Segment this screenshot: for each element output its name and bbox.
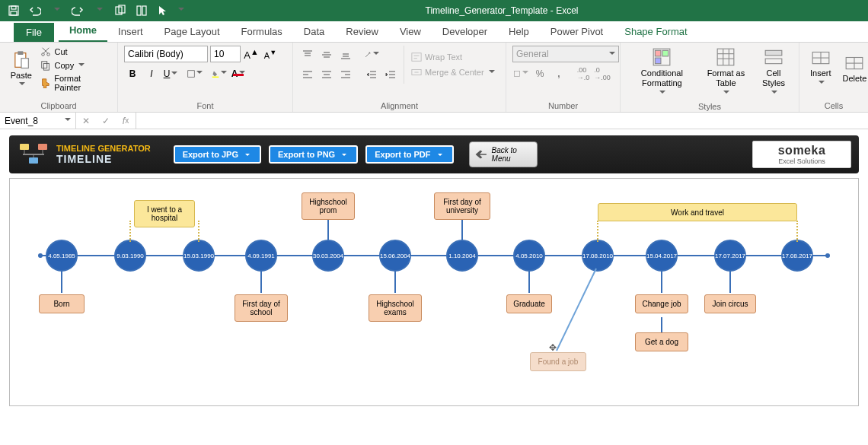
decrease-decimal-button[interactable]: .0→.00: [594, 65, 611, 82]
event-label-selected[interactable]: ✥ Found a job: [530, 352, 586, 371]
timeline-node[interactable]: 17.08.2010: [582, 240, 614, 272]
timeline-node[interactable]: 17.07.2017: [714, 240, 746, 272]
event-label[interactable]: I went to a hospital: [134, 200, 195, 227]
tab-view[interactable]: View: [389, 21, 432, 42]
timeline-connector: [796, 221, 798, 242]
align-middle-button[interactable]: [318, 46, 335, 63]
tab-insert[interactable]: Insert: [107, 21, 154, 42]
tab-formulas[interactable]: Formulas: [231, 21, 293, 42]
event-label[interactable]: Graduate: [506, 294, 552, 313]
enter-formula-button[interactable]: ✓: [96, 113, 116, 129]
paste-button[interactable]: Paste: [6, 49, 36, 89]
underline-button[interactable]: U: [162, 65, 179, 82]
qat-customize[interactable]: [175, 2, 186, 19]
export-jpg-button[interactable]: Export to JPG: [174, 145, 261, 164]
timeline-node[interactable]: 15.03.1990: [183, 240, 215, 272]
border-button[interactable]: [187, 65, 203, 82]
timeline-node[interactable]: 1.10.2004: [446, 240, 478, 272]
cancel-formula-button[interactable]: ✕: [76, 113, 96, 129]
number-format-selector[interactable]: General: [512, 46, 619, 62]
undo-button[interactable]: [26, 2, 44, 19]
bold-button[interactable]: B: [124, 65, 141, 82]
timeline-node[interactable]: 15.06.2004: [379, 240, 411, 272]
svg-rect-46: [662, 50, 669, 56]
align-top-button[interactable]: [299, 46, 316, 63]
event-band[interactable]: Work and travel: [598, 203, 797, 221]
name-box[interactable]: Event_8: [0, 113, 76, 129]
font-name-selector[interactable]: [124, 46, 208, 62]
export-png-button[interactable]: Export to PNG: [269, 145, 358, 164]
align-center-button[interactable]: [318, 66, 335, 83]
comma-button[interactable]: ,: [550, 65, 567, 82]
increase-decimal-button[interactable]: .00→.0: [575, 65, 592, 82]
fill-color-button[interactable]: [211, 65, 228, 82]
delete-cells-button[interactable]: Delete: [838, 51, 868, 85]
timeline-node[interactable]: 30.03.2004: [312, 240, 344, 272]
align-right-button[interactable]: [337, 66, 354, 83]
tab-power-pivot[interactable]: Power Pivot: [540, 21, 614, 42]
timeline-node[interactable]: 4.09.1991: [245, 240, 277, 272]
timeline-connector: [550, 269, 596, 360]
format-as-table-button[interactable]: Format as Table: [700, 46, 752, 100]
qat-custom-1[interactable]: [111, 2, 129, 19]
event-label[interactable]: Join circus: [704, 294, 756, 313]
insert-function-button[interactable]: fx: [116, 113, 136, 129]
export-pdf-button[interactable]: Export to PDF: [365, 145, 453, 164]
timeline-node[interactable]: 17.08.2017: [781, 240, 813, 272]
percent-button[interactable]: %: [531, 65, 548, 82]
accounting-format-button[interactable]: [512, 65, 529, 82]
tab-page-layout[interactable]: Page Layout: [154, 21, 231, 42]
timeline-node[interactable]: 9.03.1990: [114, 240, 146, 272]
qat-custom-2[interactable]: [132, 2, 151, 19]
merge-center-button[interactable]: Merge & Center: [409, 66, 497, 78]
font-color-button[interactable]: A: [230, 65, 247, 82]
timeline-node[interactable]: 15.04.2017: [646, 240, 678, 272]
save-button[interactable]: [5, 2, 23, 19]
decrease-font-button[interactable]: A▼: [262, 46, 279, 62]
event-label[interactable]: Born: [39, 294, 85, 313]
font-size-selector[interactable]: [210, 46, 241, 62]
event-label[interactable]: First day of university: [434, 192, 490, 220]
event-label[interactable]: Change job: [635, 294, 688, 313]
timeline-connector: [729, 270, 731, 293]
cell-styles-button[interactable]: Cell Styles: [755, 46, 793, 100]
tab-shape-format[interactable]: Shape Format: [614, 21, 697, 42]
orientation-button[interactable]: [363, 46, 380, 63]
undo-menu[interactable]: [47, 2, 65, 19]
cut-button[interactable]: Cut: [38, 46, 111, 58]
move-cursor-icon: ✥: [549, 342, 557, 353]
tab-home[interactable]: Home: [59, 20, 107, 42]
increase-font-button[interactable]: A▲: [243, 46, 260, 62]
wrap-text-button[interactable]: Wrap Text: [409, 51, 497, 63]
tab-file[interactable]: File: [14, 23, 54, 42]
back-to-menu-button[interactable]: Back to Menu: [469, 141, 538, 167]
tab-developer[interactable]: Developer: [432, 21, 498, 42]
formula-input[interactable]: [136, 113, 868, 129]
event-label[interactable]: Get a dog: [635, 332, 688, 351]
copy-button[interactable]: Copy: [38, 59, 111, 72]
timeline-axis: [40, 255, 828, 256]
italic-button[interactable]: I: [143, 65, 160, 82]
timeline-node[interactable]: 4.05.2010: [513, 240, 545, 272]
increase-indent-button[interactable]: [382, 66, 399, 83]
redo-menu[interactable]: [90, 2, 108, 19]
timeline-connector: [61, 270, 62, 293]
event-label[interactable]: First day of school: [235, 294, 288, 322]
tab-review[interactable]: Review: [335, 21, 389, 42]
insert-cells-button[interactable]: Insert: [806, 46, 836, 90]
event-label[interactable]: Highschool prom: [302, 192, 355, 220]
pointer-mode-button[interactable]: [154, 2, 172, 19]
event-label[interactable]: Highschool exams: [369, 294, 422, 322]
format-painter-button[interactable]: Format Painter: [38, 73, 111, 93]
svg-rect-63: [29, 157, 38, 164]
conditional-formatting-button[interactable]: Conditional Formatting: [627, 46, 697, 100]
ribbon-tabs: File Home Insert Page Layout Formulas Da…: [0, 21, 868, 43]
align-left-button[interactable]: [299, 66, 316, 83]
align-bottom-button[interactable]: [337, 46, 354, 63]
tab-data[interactable]: Data: [293, 21, 335, 42]
paste-menu-caret[interactable]: [18, 80, 25, 89]
timeline-node[interactable]: 4.05.1985: [46, 240, 78, 272]
tab-help[interactable]: Help: [498, 21, 540, 42]
decrease-indent-button[interactable]: [363, 66, 380, 83]
redo-button[interactable]: [69, 2, 87, 19]
